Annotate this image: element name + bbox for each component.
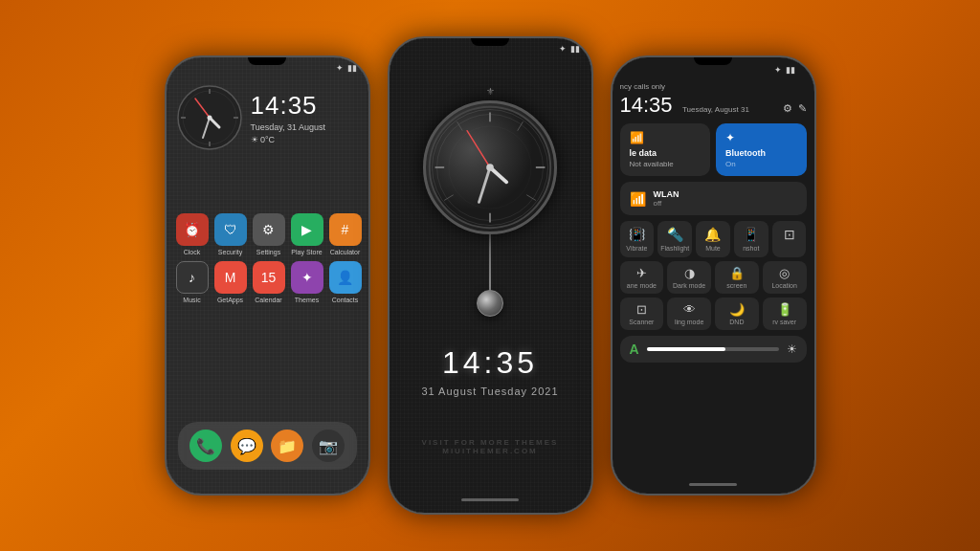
app-calculator[interactable]: # Calculator <box>329 213 362 255</box>
app-getapps-label: GetApps <box>217 297 243 303</box>
extra-icon: ⊡ <box>784 227 795 242</box>
cc-row2: ✈ ane mode ◑ Dark mode 🔒 screen ◎ Locati… <box>620 261 807 294</box>
cc-date-text: Tuesday, August 31 <box>682 105 749 114</box>
phone-right: ✦ ▮▮ ncy calls only 14:35 Tuesday, Augus… <box>611 55 816 496</box>
dock-camera[interactable]: 📷 <box>312 430 345 462</box>
reading-label: ling mode <box>675 319 703 325</box>
app-calendar[interactable]: 15 Calendar <box>253 261 285 303</box>
app-contacts[interactable]: 👤 Contacts <box>329 261 362 303</box>
cc-batsaver[interactable]: 🔋 rv saver <box>763 298 807 330</box>
app-themes-icon: ✦ <box>291 261 323 294</box>
svg-point-11 <box>436 114 543 220</box>
cc-bottom-bar: A ☀ <box>620 336 807 363</box>
app-getapps[interactable]: M GetApps <box>214 261 247 303</box>
cc-flashlight[interactable]: 🔦 Flashlight <box>657 221 692 257</box>
cc-screen[interactable]: 🔒 screen <box>715 261 759 294</box>
clock-face-large <box>423 100 557 234</box>
app-calendar-label: Calendar <box>255 297 281 303</box>
scanner-label: Scanner <box>629 319 654 325</box>
darkmode-icon: ◑ <box>684 266 695 280</box>
brightness-fill <box>647 347 726 351</box>
dock-files[interactable]: 📁 <box>271 430 303 462</box>
cc-tile-data[interactable]: 📶 le data Not available <box>620 123 711 176</box>
bluetooth-icon-left: ✦ <box>336 63 344 73</box>
brightness-slider[interactable] <box>647 347 779 351</box>
app-settings-icon: ⚙ <box>253 213 285 246</box>
pendulum-bob <box>477 290 503 317</box>
cc-time: 14:35 Tuesday, August 31 <box>620 93 749 118</box>
scanner-icon: ⊡ <box>636 302 647 317</box>
analog-clock-small <box>176 84 243 151</box>
vibrate-label: Vibrate <box>626 245 647 252</box>
home-indicator-center <box>461 498 519 501</box>
cc-tile-bt-sub: On <box>725 160 797 168</box>
data-icon: 📶 <box>630 131 702 144</box>
wlan-icon: 📶 <box>630 191 646 207</box>
screenshot-label: nshot <box>743 245 759 252</box>
app-clock-icon: ⏰ <box>176 213 209 246</box>
flashlight-icon: 🔦 <box>667 227 683 242</box>
cc-scanner[interactable]: ⊡ Scanner <box>620 298 664 330</box>
app-settings-label: Settings <box>256 249 280 255</box>
screen-label: screen <box>726 282 746 289</box>
apps-grid: ⏰ Clock 🛡 Security ⚙ Settings ▶ Play Sto… <box>167 156 368 313</box>
watermark: VISIT FOR MORE THEMES MIUITHEMER.COM <box>390 438 591 455</box>
battery-icon-center: ▮▮ <box>570 44 580 54</box>
app-themes-label: Themes <box>295 297 319 303</box>
cc-darkmode[interactable]: ◑ Dark mode <box>667 261 711 294</box>
cc-reading[interactable]: 👁 ling mode <box>667 298 711 330</box>
dock-messages[interactable]: 💬 <box>231 430 263 462</box>
dnd-label: DND <box>729 319 744 325</box>
settings-icon-cc[interactable]: ⚙ <box>783 102 792 115</box>
clock-weather: ☀ 0°C <box>251 135 359 144</box>
app-settings[interactable]: ⚙ Settings <box>253 213 285 255</box>
cc-airplane[interactable]: ✈ ane mode <box>620 261 664 294</box>
svg-point-23 <box>486 164 494 171</box>
large-clock-svg <box>426 100 554 234</box>
flashlight-label: Flashlight <box>660 245 689 252</box>
app-music-icon: ♪ <box>176 261 209 294</box>
vibrate-icon: 📳 <box>629 227 645 242</box>
wlan-status: off <box>654 199 679 208</box>
phone-center: ✦ ▮▮ ⚜ <box>388 36 593 515</box>
maps-icon[interactable]: A <box>630 342 639 357</box>
bluetooth-icon-center: ✦ <box>559 44 567 54</box>
control-center: ncy calls only 14:35 Tuesday, August 31 … <box>612 57 814 494</box>
cc-time-text: 14:35 <box>620 93 673 117</box>
center-notch <box>471 38 509 46</box>
cc-header-actions: ⚙ ✎ <box>783 102 807 115</box>
svg-line-21 <box>479 167 490 202</box>
phones-container: ✦ ▮▮ <box>0 0 980 551</box>
dnd-icon: 🌙 <box>729 302 745 317</box>
airplane-label: ane mode <box>627 282 657 289</box>
svg-line-19 <box>444 195 454 201</box>
digital-date-center: 31 August Tuesday 2021 <box>421 386 558 397</box>
cc-tile-bluetooth[interactable]: ✦ Bluetooth On <box>716 123 807 176</box>
cc-tile-wlan[interactable]: 📶 WLAN off <box>620 182 807 215</box>
pendulum-rod <box>489 232 491 290</box>
edit-icon-cc[interactable]: ✎ <box>798 102 807 115</box>
svg-point-9 <box>207 116 212 121</box>
cc-screenshot[interactable]: 📱 nshot <box>734 221 768 257</box>
screenshot-icon: 📱 <box>743 227 759 242</box>
cc-vibrate[interactable]: 📳 Vibrate <box>620 221 655 257</box>
app-contacts-icon: 👤 <box>329 261 362 294</box>
clock-date-left: Tuesday, 31 August <box>251 122 359 132</box>
app-themes[interactable]: ✦ Themes <box>291 261 323 303</box>
app-clock[interactable]: ⏰ Clock <box>176 213 209 255</box>
app-playstore[interactable]: ▶ Play Store <box>291 213 323 255</box>
battery-icon-left: ▮▮ <box>347 63 357 73</box>
cc-tile-data-title: le data <box>630 148 702 158</box>
cc-dnd[interactable]: 🌙 DND <box>715 298 759 330</box>
bluetooth-icon-right: ✦ <box>774 65 782 75</box>
app-playstore-label: Play Store <box>291 249 322 255</box>
app-calendar-icon: 15 <box>253 261 285 294</box>
bluetooth-tile-icon: ✦ <box>725 131 797 144</box>
cc-extra[interactable]: ⊡ <box>772 221 807 257</box>
dock-phone[interactable]: 📞 <box>189 430 222 462</box>
app-music[interactable]: ♪ Music <box>176 261 209 303</box>
app-security[interactable]: 🛡 Security <box>214 213 247 255</box>
cc-mute[interactable]: 🔔 Mute <box>696 221 730 257</box>
mute-icon: 🔔 <box>704 227 721 242</box>
cc-location[interactable]: ◎ Location <box>763 261 807 294</box>
